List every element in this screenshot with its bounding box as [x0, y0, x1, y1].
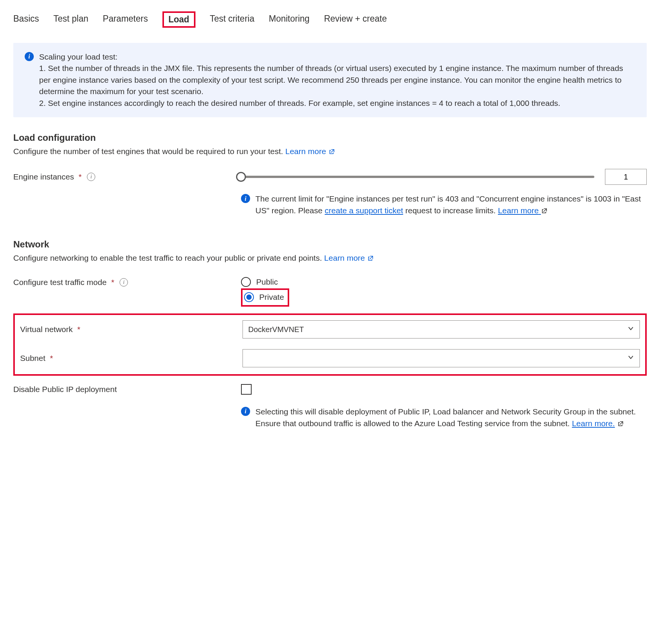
engine-limit-learn-more-link[interactable]: Learn more: [498, 206, 541, 215]
engine-instances-label: Engine instances: [13, 172, 74, 181]
chevron-down-icon: [627, 354, 634, 363]
load-config-learn-more-link[interactable]: Learn more: [285, 147, 335, 156]
traffic-mode-radio-public[interactable]: [241, 277, 251, 287]
traffic-mode-label: Configure test traffic mode: [13, 278, 107, 287]
traffic-mode-private-label: Private: [259, 293, 284, 302]
vnet-value: DockerVMVNET: [248, 325, 304, 334]
disable-public-ip-learn-more-link[interactable]: Learn more.: [572, 419, 615, 428]
traffic-mode-radio-private[interactable]: [244, 292, 254, 302]
vnet-select[interactable]: DockerVMVNET: [243, 320, 640, 339]
engine-instances-row: Engine instances * i: [13, 169, 647, 185]
tab-review-create[interactable]: Review + create: [324, 11, 387, 28]
network-sub: Configure networking to enable the test …: [13, 254, 647, 263]
tab-load[interactable]: Load: [162, 11, 195, 28]
external-link-icon: [329, 147, 335, 156]
tab-test-criteria[interactable]: Test criteria: [210, 11, 255, 28]
disable-public-ip-checkbox[interactable]: [241, 384, 252, 395]
scaling-info-body: 1. Set the number of threads in the JMX …: [39, 63, 635, 109]
info-icon: i: [25, 52, 34, 61]
traffic-mode-row: Configure test traffic mode * i Public P…: [13, 276, 647, 307]
info-icon: i: [241, 407, 250, 416]
engine-instances-input[interactable]: [605, 169, 647, 185]
info-icon: i: [241, 194, 250, 203]
load-config-sub: Configure the number of test engines tha…: [13, 147, 647, 156]
load-config-heading: Load configuration: [13, 132, 647, 143]
scaling-info-box: i Scaling your load test: 1. Set the num…: [13, 43, 647, 117]
traffic-mode-public-label: Public: [256, 277, 278, 287]
disable-public-ip-info: i Selecting this will disable deployment…: [241, 406, 647, 429]
external-link-icon: [368, 254, 374, 263]
network-heading: Network: [13, 239, 647, 250]
slider-thumb[interactable]: [236, 172, 246, 182]
network-learn-more-link[interactable]: Learn more: [324, 254, 374, 262]
required-marker: *: [111, 278, 114, 287]
vnet-subnet-highlight: Virtual network * DockerVMVNET Subnet *: [13, 313, 647, 376]
vnet-label: Virtual network: [20, 325, 73, 334]
create-support-ticket-link[interactable]: create a support ticket: [325, 206, 403, 215]
chevron-down-icon: [627, 325, 634, 334]
tabs-row: Basics Test plan Parameters Load Test cr…: [13, 11, 647, 28]
required-marker: *: [50, 354, 53, 363]
external-link-icon: [542, 205, 548, 216]
engine-limit-info: i The current limit for "Engine instance…: [241, 193, 647, 216]
required-marker: *: [79, 172, 82, 181]
hint-icon[interactable]: i: [87, 173, 95, 181]
subnet-select[interactable]: [243, 349, 640, 367]
tab-monitoring[interactable]: Monitoring: [269, 11, 309, 28]
required-marker: *: [77, 325, 80, 334]
scaling-info-title: Scaling your load test:: [39, 51, 635, 63]
hint-icon[interactable]: i: [120, 278, 128, 287]
tab-basics[interactable]: Basics: [13, 11, 39, 28]
tab-test-plan[interactable]: Test plan: [54, 11, 88, 28]
engine-instances-slider[interactable]: [241, 176, 594, 178]
subnet-label: Subnet: [20, 354, 46, 363]
tab-parameters[interactable]: Parameters: [103, 11, 148, 28]
disable-public-ip-label: Disable Public IP deployment: [13, 385, 117, 394]
external-link-icon: [618, 418, 624, 429]
